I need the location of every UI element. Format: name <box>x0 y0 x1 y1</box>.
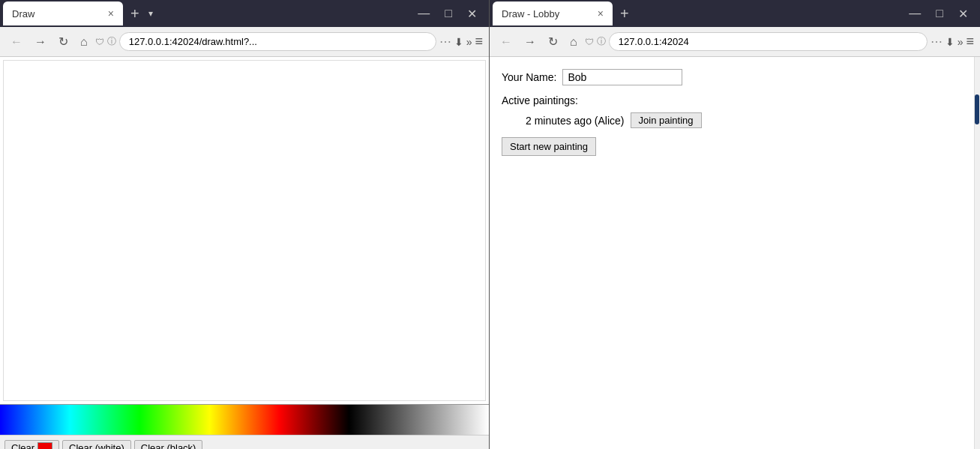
draw-button-bar: Clear Clear (white) Clear (black) <box>0 435 489 449</box>
right-more-options-icon[interactable]: ⋯ <box>931 34 943 49</box>
right-home-button[interactable]: ⌂ <box>565 34 582 50</box>
drawing-canvas[interactable] <box>3 60 486 401</box>
right-back-button[interactable]: ← <box>496 34 517 50</box>
left-address-input[interactable] <box>119 32 436 51</box>
right-restore-button[interactable]: □ <box>930 5 949 22</box>
right-reload-button[interactable]: ↻ <box>544 33 562 50</box>
left-back-button[interactable]: ← <box>6 34 27 50</box>
left-address-bar: ← → ↻ ⌂ 🛡 ⓘ ⋯ ⬇ » ≡ <box>0 27 489 57</box>
left-forward-button[interactable]: → <box>30 34 51 50</box>
join-painting-label: Join painting <box>639 115 694 126</box>
active-paintings-title: Active paintings: <box>502 94 962 106</box>
paintings-list: 2 minutes ago (Alice) Join painting <box>502 112 962 128</box>
left-tab-close-icon[interactable]: × <box>102 7 114 19</box>
right-menu-icon[interactable]: ≡ <box>966 34 974 49</box>
left-more-options-icon[interactable]: ⋯ <box>439 34 451 49</box>
right-scrollbar[interactable] <box>974 57 980 449</box>
clear-black-button[interactable]: Clear (black) <box>134 440 203 449</box>
your-name-row: Your Name: <box>502 69 962 85</box>
right-extensions-icon[interactable]: » <box>958 36 964 48</box>
lobby-page-content: Your Name: Active paintings: 2 minutes a… <box>490 57 974 449</box>
right-scroll-thumb[interactable] <box>975 94 979 124</box>
color-swatch <box>37 442 52 450</box>
right-address-input[interactable] <box>609 32 928 51</box>
left-new-tab-button[interactable]: + <box>124 5 145 22</box>
your-name-input[interactable] <box>562 69 682 85</box>
right-address-bar: ← → ↻ ⌂ 🛡 ⓘ ⋯ ⬇ » ≡ <box>490 27 980 57</box>
color-palette[interactable] <box>0 405 489 435</box>
start-new-painting-button[interactable]: Start new painting <box>502 137 596 156</box>
right-new-tab-button[interactable]: + <box>614 5 635 22</box>
painting-time: 2 minutes ago (Alice) <box>526 115 625 127</box>
right-info-icon[interactable]: ⓘ <box>597 35 606 48</box>
right-close-button[interactable]: ✕ <box>952 5 974 22</box>
draw-page-content: Clear Clear (white) Clear (black) <box>0 57 489 449</box>
clear-white-label: Clear (white) <box>69 442 124 449</box>
left-tab-dropdown-button[interactable]: ▾ <box>145 8 156 19</box>
right-minimize-button[interactable]: — <box>903 5 927 22</box>
left-minimize-button[interactable]: — <box>412 5 436 22</box>
join-painting-button[interactable]: Join painting <box>631 112 702 128</box>
left-extensions-icon[interactable]: » <box>466 36 472 48</box>
right-tab-close-icon[interactable]: × <box>592 7 604 19</box>
clear-color-label: Clear <box>11 442 34 449</box>
left-home-button[interactable]: ⌂ <box>76 34 92 50</box>
left-info-icon[interactable]: ⓘ <box>107 35 116 48</box>
left-menu-icon[interactable]: ≡ <box>475 34 483 49</box>
right-shield-icon: 🛡 <box>585 37 594 47</box>
active-paintings-section: Active paintings: 2 minutes ago (Alice) … <box>502 94 962 128</box>
start-new-painting-label: Start new painting <box>510 141 588 152</box>
right-active-tab[interactable]: Draw - Lobby × <box>493 1 613 25</box>
right-tab-title: Draw - Lobby <box>502 8 559 19</box>
right-download-icon[interactable]: ⬇ <box>946 36 955 48</box>
left-restore-button[interactable]: □ <box>439 5 458 22</box>
left-reload-button[interactable]: ↻ <box>54 33 73 50</box>
left-tab-bar: Draw × + ▾ — □ ✕ <box>0 0 489 27</box>
left-active-tab[interactable]: Draw × <box>3 1 123 25</box>
right-tab-bar: Draw - Lobby × + — □ ✕ <box>490 0 980 27</box>
your-name-label: Your Name: <box>502 71 556 83</box>
left-close-button[interactable]: ✕ <box>461 5 483 22</box>
color-palette-area: Clear Clear (white) Clear (black) <box>0 404 489 449</box>
right-forward-button[interactable]: → <box>520 34 541 50</box>
clear-white-button[interactable]: Clear (white) <box>62 440 131 449</box>
clear-black-label: Clear (black) <box>141 442 196 449</box>
list-item: 2 minutes ago (Alice) Join painting <box>526 112 962 128</box>
left-shield-icon: 🛡 <box>95 37 104 47</box>
clear-color-button[interactable]: Clear <box>4 440 59 450</box>
left-tab-title: Draw <box>12 8 34 19</box>
left-download-icon[interactable]: ⬇ <box>454 36 463 48</box>
